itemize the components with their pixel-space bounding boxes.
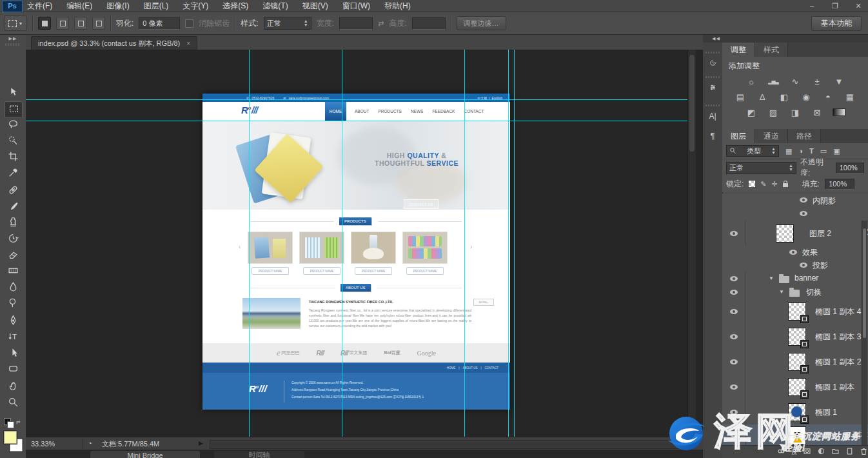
guide-horizontal-1[interactable]: [26, 99, 687, 100]
delete-layer-icon[interactable]: [860, 446, 868, 458]
group-expand-triangle[interactable]: ▼: [779, 289, 784, 295]
style-select[interactable]: 正常▲▼: [264, 17, 311, 30]
properties-panel-icon[interactable]: [705, 80, 720, 95]
visibility-eye-icon[interactable]: [730, 231, 738, 236]
new-group-icon[interactable]: [831, 446, 840, 458]
menu-edit[interactable]: 编辑(E): [66, 1, 92, 12]
brightness-contrast-icon[interactable]: ☼: [743, 75, 760, 87]
layer-row-ellipse-copy2[interactable]: 椭圆 1 副本 2: [722, 349, 868, 375]
opacity-value[interactable]: 100%: [836, 163, 864, 174]
levels-icon[interactable]: ▂▅▃: [765, 75, 782, 87]
layer-group-switch[interactable]: ▼ 切换: [722, 285, 868, 299]
menu-help[interactable]: 帮助(H): [384, 1, 411, 12]
restore-button[interactable]: ❐: [828, 2, 842, 10]
product-name-button-3[interactable]: PRODUCT NAME: [355, 267, 392, 275]
status-flyout-arrow[interactable]: ▶: [199, 440, 203, 446]
menu-type[interactable]: 文字(Y): [182, 1, 208, 12]
tool-pen[interactable]: [5, 314, 21, 329]
toolbar-collapse-icon[interactable]: ▶▶: [0, 36, 26, 41]
filter-pixel-icon[interactable]: ▦: [785, 147, 792, 155]
tab-layers[interactable]: 图层: [722, 129, 755, 143]
guide-vertical-5[interactable]: [514, 50, 515, 437]
photo-filter-icon[interactable]: ◉: [798, 91, 814, 103]
filter-adjustment-icon[interactable]: ◑: [798, 147, 803, 155]
layer-effect-drop-shadow[interactable]: 投影: [722, 259, 868, 272]
new-layer-icon[interactable]: [845, 446, 854, 458]
link-layers-icon[interactable]: [777, 446, 785, 458]
footer-link-home[interactable]: HOME: [447, 366, 456, 370]
visibility-eye-icon[interactable]: [800, 263, 807, 268]
menu-filter[interactable]: 滤镜(T): [262, 1, 288, 12]
layer-thumbnail[interactable]: [788, 303, 806, 321]
color-balance-icon[interactable]: Δ: [754, 91, 771, 103]
product-name-button-4[interactable]: PRODUCT NAME: [406, 267, 444, 275]
visibility-eye-icon[interactable]: [730, 432, 738, 437]
exposure-icon[interactable]: ±: [809, 75, 825, 87]
tool-lasso[interactable]: [5, 117, 21, 133]
partner-google[interactable]: Google: [417, 350, 435, 357]
workspace-switcher-button[interactable]: 基本功能: [811, 16, 862, 31]
curves-icon[interactable]: ∿: [787, 75, 804, 87]
partner-rongwen-group[interactable]: R///荣文集团: [340, 350, 368, 357]
tool-blur[interactable]: [5, 280, 21, 295]
filter-smart-object-icon[interactable]: ▣: [833, 147, 840, 155]
nav-feedback[interactable]: FEEDBACK: [432, 109, 455, 114]
group-expand-triangle[interactable]: ▼: [769, 275, 774, 281]
filter-type-icon[interactable]: T: [809, 147, 814, 155]
fill-value[interactable]: 100%: [825, 179, 854, 190]
layer-row-contact-us-copy[interactable]: T contact us 副本: [722, 424, 868, 446]
document-tab[interactable]: index.psd @ 33.3% (contact us 副本, RGB/8)…: [31, 36, 197, 50]
tool-shape[interactable]: [5, 362, 21, 377]
layer-row-ellipse-copy[interactable]: 椭圆 1 副本: [722, 374, 868, 400]
tab-close-icon[interactable]: ×: [186, 40, 190, 47]
mini-bridge-tab[interactable]: Mini Bridge: [90, 451, 200, 458]
adjustment-layer-icon[interactable]: [817, 446, 825, 458]
layer-effects-header[interactable]: 效果: [722, 246, 868, 259]
tool-path-selection[interactable]: [5, 346, 21, 361]
guide-vertical-4[interactable]: [508, 50, 509, 437]
layer-row-layer2[interactable]: 图层 2 fx: [722, 221, 868, 246]
menu-select[interactable]: 选择(S): [222, 1, 248, 12]
hero-contact-button[interactable]: CONTACT US: [404, 199, 439, 209]
layer-group-banner[interactable]: ▼ banner: [722, 272, 868, 286]
height-input[interactable]: [412, 17, 446, 30]
partner-baidu[interactable]: Bai百度: [384, 350, 400, 356]
layer-thumbnail[interactable]: [788, 378, 806, 396]
lock-all-icon[interactable]: [783, 183, 788, 187]
products-prev-arrow[interactable]: ‹: [239, 243, 241, 250]
tool-zoom[interactable]: [5, 395, 21, 411]
blend-mode-select[interactable]: 正常▲▼: [726, 162, 796, 174]
hue-saturation-icon[interactable]: ▤: [732, 91, 749, 103]
filter-shape-icon[interactable]: ▭: [820, 147, 827, 155]
tool-eraser[interactable]: [5, 248, 21, 263]
layer-thumbnail[interactable]: [788, 403, 806, 421]
tab-styles[interactable]: 样式: [755, 43, 788, 57]
refine-edge-button[interactable]: 调整边缘…: [457, 16, 506, 30]
tool-move[interactable]: [5, 85, 21, 101]
product-image-4[interactable]: [402, 232, 448, 264]
selective-color-icon[interactable]: ⊠: [809, 106, 825, 118]
black-white-icon[interactable]: ◧: [776, 91, 793, 103]
layer-row-ellipse1[interactable]: 椭圆 1: [722, 399, 868, 425]
visibility-eye-icon[interactable]: [730, 359, 738, 364]
products-next-arrow[interactable]: ›: [470, 243, 472, 250]
selection-mode-new[interactable]: [38, 17, 51, 30]
guide-horizontal-2[interactable]: [26, 121, 687, 121]
selection-mode-subtract[interactable]: [74, 17, 87, 30]
footer-link-contact[interactable]: CONTACT: [485, 366, 498, 370]
tool-brush[interactable]: [5, 199, 21, 215]
tool-rectangular-marquee[interactable]: [5, 101, 23, 118]
product-image-2[interactable]: [299, 232, 344, 264]
tool-dodge[interactable]: [5, 296, 21, 312]
tool-history-brush[interactable]: [5, 232, 21, 247]
tool-gradient[interactable]: [5, 264, 21, 279]
layer-mask-icon[interactable]: [803, 446, 811, 458]
layer-filter-select[interactable]: 类型 ▲▼: [726, 145, 779, 157]
swap-colors-icon[interactable]: ⇄: [16, 419, 21, 425]
product-name-button-1[interactable]: PRODUCT NAME: [252, 267, 289, 275]
visibility-eye-icon[interactable]: [730, 309, 738, 314]
minimize-button[interactable]: –: [805, 2, 819, 10]
menu-window[interactable]: 窗口(W): [342, 1, 370, 12]
visibility-eye-icon[interactable]: [730, 410, 738, 415]
nav-contact[interactable]: CONTACT: [464, 109, 484, 114]
